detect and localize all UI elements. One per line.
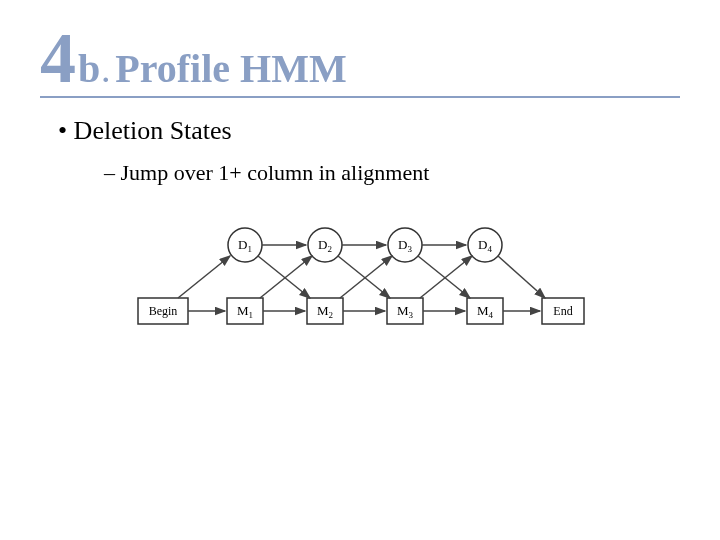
svg-line-19 xyxy=(260,256,312,298)
slide-title: 4 b . Profile HMM xyxy=(40,30,680,98)
d4-label: D4 xyxy=(478,237,492,254)
title-subletter: b xyxy=(78,45,100,92)
svg-line-24 xyxy=(498,256,545,298)
svg-line-20 xyxy=(338,256,390,298)
title-dot: . xyxy=(102,57,109,89)
svg-line-21 xyxy=(340,256,392,298)
bullet-level2: Jump over 1+ column in alignment xyxy=(104,160,680,186)
title-number: 4 xyxy=(40,30,76,88)
m4-label: M4 xyxy=(477,303,494,320)
bullet-level1: Deletion States xyxy=(58,116,680,146)
hmm-diagram: D1 D2 D3 D4 Begin M1 M2 M3 M4 End xyxy=(130,210,590,350)
d2-label: D2 xyxy=(318,237,332,254)
begin-label: Begin xyxy=(149,304,178,318)
svg-line-23 xyxy=(420,256,472,298)
title-text: Profile HMM xyxy=(115,45,346,92)
m1-label: M1 xyxy=(237,303,253,320)
m3-label: M3 xyxy=(397,303,414,320)
begin-to-d1 xyxy=(178,256,230,298)
d1-label: D1 xyxy=(238,237,252,254)
d3-label: D3 xyxy=(398,237,412,254)
svg-line-18 xyxy=(258,256,310,298)
svg-line-22 xyxy=(418,256,470,298)
m2-label: M2 xyxy=(317,303,333,320)
end-label: End xyxy=(553,304,572,318)
